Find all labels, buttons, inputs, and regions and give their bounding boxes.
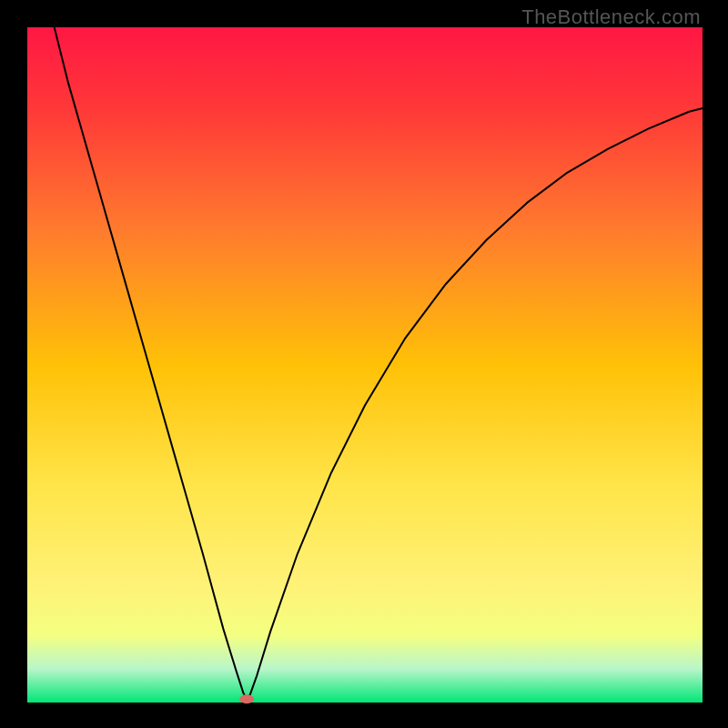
bottleneck-chart [0,0,728,728]
watermark-text: TheBottleneck.com [521,5,701,29]
chart-container: TheBottleneck.com [0,0,728,728]
plot-background [27,27,703,703]
optimal-point-marker [239,694,254,703]
